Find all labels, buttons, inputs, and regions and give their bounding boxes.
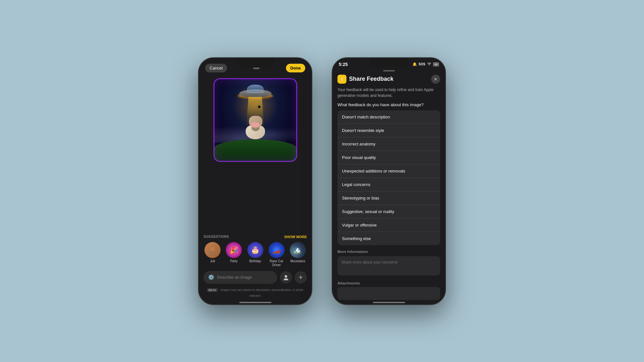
ufo (236, 85, 275, 101)
option-label-quality: Poor visual quality (342, 155, 376, 160)
add-button[interactable]: + (295, 271, 307, 283)
suggestion-juli[interactable]: Juli (204, 242, 222, 267)
option-vulgar[interactable]: Vulgar or offensive (337, 218, 440, 232)
option-legal[interactable]: Legal concerns (337, 178, 440, 191)
plus-icon: + (299, 274, 303, 281)
generated-image-container (213, 78, 297, 162)
option-unexpected[interactable]: Unexpected additions or removals (337, 164, 440, 178)
attachments-area[interactable] (337, 287, 440, 300)
avatar-party: 🎉 (226, 242, 242, 258)
phone2-home-indicator (373, 302, 405, 303)
status-time: 5:25 (339, 62, 348, 67)
person-icon (283, 274, 289, 280)
option-no-style[interactable]: Doesn't resemble style (337, 124, 440, 137)
mountains-icon: 🏔️ (290, 242, 306, 258)
cow-eye (258, 106, 260, 108)
phone2-screen: 5:25 🔔 SOS 63 (332, 58, 445, 304)
exclamation-icon: ! (341, 77, 343, 82)
avatar-birthday: 🎂 (247, 242, 263, 258)
more-info-textarea[interactable] (337, 256, 440, 275)
gear-icon: ⚙️ (208, 274, 214, 281)
suggestion-label-party: Party (230, 259, 238, 263)
option-label-vulgar: Vulgar or offensive (342, 223, 377, 227)
beta-badge: BETA (207, 288, 218, 292)
suggestion-birthday[interactable]: 🎂 Birthday (246, 242, 264, 267)
option-anatomy[interactable]: Incorrect anatomy (337, 137, 440, 151)
option-stereotyping[interactable]: Stereotyping or bias (337, 191, 440, 205)
suggestions-section: SUGGESTIONS SHOW MORE (199, 235, 312, 271)
more-info-label: More Information (337, 250, 440, 254)
suggestion-mountains[interactable]: 🏔️ Mountains (289, 242, 307, 267)
suggestion-label-juli: Juli (210, 259, 215, 263)
suggestion-label-racecar: Race Car Driver (268, 259, 286, 267)
avatar-juli (204, 242, 221, 258)
wifi-icon (427, 62, 431, 66)
status-icons: 🔔 SOS 63 (412, 62, 439, 66)
drag-indicator (383, 70, 395, 71)
party-icon: 🎉 (226, 242, 242, 258)
phone-image-gen: Cancel Done (198, 57, 312, 305)
battery-level: 63 (433, 62, 439, 66)
close-icon: ✕ (434, 77, 438, 82)
svg-point-3 (284, 278, 288, 280)
suggestions-header: SUGGESTIONS SHOW MORE (204, 235, 307, 239)
image-area: ✓ ··· (199, 75, 312, 235)
profile-button[interactable] (280, 271, 292, 283)
close-button[interactable]: ✕ (431, 75, 440, 84)
sos-label: SOS (419, 62, 425, 66)
option-label-unexpected: Unexpected additions or removals (342, 169, 405, 173)
suggestion-label-mountains: Mountains (290, 259, 305, 263)
cow-ufo-scene (213, 78, 297, 162)
option-label-legal: Legal concerns (342, 182, 370, 187)
feedback-title-row: ! Share Feedback (337, 75, 393, 84)
phone1-screen: Cancel Done (199, 58, 312, 304)
ground (213, 139, 297, 162)
feedback-title: Share Feedback (349, 76, 393, 82)
option-label-anatomy: Incorrect anatomy (342, 142, 375, 146)
phone-feedback: 5:25 🔔 SOS 63 (332, 57, 446, 305)
suggestion-racecar[interactable]: 🏎️ Race Car Driver (268, 242, 286, 267)
avatar-mountains: 🏔️ (290, 242, 306, 258)
attachments-label: Attachments (337, 281, 440, 285)
search-bar-row: ⚙️ Describe an image + (199, 271, 312, 284)
option-label-suggestive: Suggestive, sexual or nudity (342, 209, 394, 214)
feedback-options-list: Doesn't match description Doesn't resemb… (337, 110, 440, 245)
cow-nose (251, 122, 260, 127)
warning-icon: ! (337, 75, 346, 84)
battery-icon: 63 (433, 62, 439, 66)
feedback-description: Your feedback will be used to help refin… (337, 87, 440, 98)
avatar-racecar: 🏎️ (269, 242, 285, 258)
phone-notch (236, 58, 275, 68)
wifi-signal-icon (427, 62, 431, 66)
feedback-question: What feedback do you have about this ima… (337, 102, 440, 107)
suggestion-party[interactable]: 🎉 Party (225, 242, 243, 267)
done-button[interactable]: Done (286, 64, 306, 72)
show-more-button[interactable]: SHOW MORE (284, 235, 307, 239)
option-label-no-match: Doesn't match description (342, 115, 390, 119)
svg-point-0 (210, 247, 215, 251)
phone2-notch (370, 58, 408, 68)
bell-icon: 🔔 (412, 62, 417, 66)
option-something-else[interactable]: Something else (337, 232, 440, 245)
option-quality[interactable]: Poor visual quality (337, 151, 440, 164)
search-placeholder: Describe an image (217, 275, 252, 280)
cancel-button[interactable]: Cancel (205, 64, 227, 72)
birthday-icon: 🎂 (247, 242, 263, 258)
option-label-something-else: Something else (342, 236, 371, 241)
juli-avatar-icon (208, 245, 217, 255)
main-scene: Cancel Done (198, 57, 446, 305)
option-label-no-style: Doesn't resemble style (342, 128, 384, 133)
search-bar[interactable]: ⚙️ Describe an image (204, 271, 277, 284)
feedback-container[interactable]: ! Share Feedback ✕ Your feedback will be… (332, 75, 445, 301)
suggestion-label-birthday: Birthday (249, 259, 261, 263)
ufo-dome (247, 85, 263, 93)
option-suggestive[interactable]: Suggestive, sexual or nudity (337, 205, 440, 218)
racecar-icon: 🏎️ (269, 242, 285, 258)
option-label-stereotyping: Stereotyping or bias (342, 196, 379, 200)
option-no-match[interactable]: Doesn't match description (337, 110, 440, 124)
feedback-header: ! Share Feedback ✕ (337, 75, 440, 84)
suggestions-label: SUGGESTIONS (204, 235, 229, 238)
svg-point-1 (209, 251, 216, 255)
beta-notice: BETA Images may vary based on descriptio… (199, 286, 312, 301)
svg-point-2 (285, 275, 287, 278)
